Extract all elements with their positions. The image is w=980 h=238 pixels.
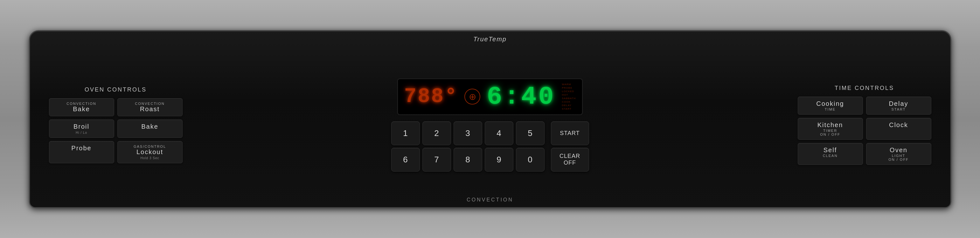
stainless-surround: TrueTemp Oven Controls Convection Bake C… xyxy=(0,0,980,238)
key-2-button[interactable]: 2 xyxy=(422,121,451,145)
oven-controls-section: Oven Controls Convection Bake Convection… xyxy=(49,86,183,163)
key-3-button[interactable]: 3 xyxy=(453,121,482,145)
convection-fan-icon xyxy=(465,89,480,105)
start-button[interactable]: START xyxy=(551,121,589,145)
cooking-time-button[interactable]: Cooking Time xyxy=(798,97,863,115)
center-section: 788° 6:40 WARM PROBE LOCKED HOT SABBATH … xyxy=(391,78,589,171)
convection-bottom-label: Convection xyxy=(467,197,513,203)
numpad-grid: 1 2 3 4 5 6 7 8 9 0 xyxy=(391,121,544,171)
key-5-button[interactable]: 5 xyxy=(516,121,544,145)
key-6-button[interactable]: 6 xyxy=(391,148,420,171)
key-8-button[interactable]: 8 xyxy=(453,148,482,171)
time-buttons-grid: Cooking Time Delay Start Kitchen Timer O… xyxy=(798,97,931,165)
hot-indicator: HOT xyxy=(562,94,576,96)
probe-button[interactable]: Probe xyxy=(49,141,114,163)
convection-roast-button[interactable]: Convection Roast xyxy=(118,98,183,116)
key-1-button[interactable]: 1 xyxy=(391,121,420,145)
start-indicator: START xyxy=(562,107,576,110)
clock-button[interactable]: Clock xyxy=(866,118,931,140)
delay-start-button[interactable]: Delay Start xyxy=(866,97,931,115)
control-panel: TrueTemp Oven Controls Convection Bake C… xyxy=(29,30,951,208)
key-7-button[interactable]: 7 xyxy=(422,148,451,171)
time-controls-section: Time Controls Cooking Time Delay Start K… xyxy=(798,85,931,165)
convection-bake-button[interactable]: Convection Bake xyxy=(49,98,114,116)
broil-button[interactable]: Broil Hi / Lo xyxy=(49,119,114,138)
locked-indicator: LOCKED xyxy=(562,90,576,93)
delay-indicator: DELAY xyxy=(562,104,576,107)
sabbath-indicator: SABBATH xyxy=(562,97,576,100)
warm-indicator: WARM xyxy=(562,83,576,86)
key-4-button[interactable]: 4 xyxy=(485,121,513,145)
display-indicators: WARM PROBE LOCKED HOT SABBATH COOK DELAY… xyxy=(562,83,576,110)
oven-buttons-grid: Convection Bake Convection Roast Broil H… xyxy=(49,98,183,163)
self-clean-button[interactable]: Self Clean xyxy=(798,143,863,165)
action-buttons: START CLEAR OFF xyxy=(551,121,589,171)
oven-light-button[interactable]: Oven Light On / Off xyxy=(866,143,931,165)
display-temp: 788° xyxy=(404,85,458,108)
probe-indicator: PROBE xyxy=(562,86,576,89)
time-controls-title: Time Controls xyxy=(835,85,894,92)
main-row: Oven Controls Convection Bake Convection… xyxy=(49,43,931,207)
kitchen-timer-button[interactable]: Kitchen Timer On / Off xyxy=(798,118,863,140)
cook-indicator: COOK xyxy=(562,100,576,103)
truetemp-label: TrueTemp xyxy=(473,36,507,43)
gas-control-lockout-button[interactable]: Gas/Control Lockout Hold 3 Sec xyxy=(118,141,183,163)
display-area: 788° 6:40 WARM PROBE LOCKED HOT SABBATH … xyxy=(397,78,583,115)
oven-controls-title: Oven Controls xyxy=(84,86,146,93)
key-0-button[interactable]: 0 xyxy=(516,148,544,171)
bake-button[interactable]: Bake xyxy=(118,119,183,138)
numpad-area: 1 2 3 4 5 6 7 8 9 0 START CLEAR xyxy=(391,121,589,171)
display-time: 6:40 xyxy=(487,82,555,111)
clear-off-button[interactable]: CLEAR OFF xyxy=(551,148,589,171)
key-9-button[interactable]: 9 xyxy=(485,148,513,171)
